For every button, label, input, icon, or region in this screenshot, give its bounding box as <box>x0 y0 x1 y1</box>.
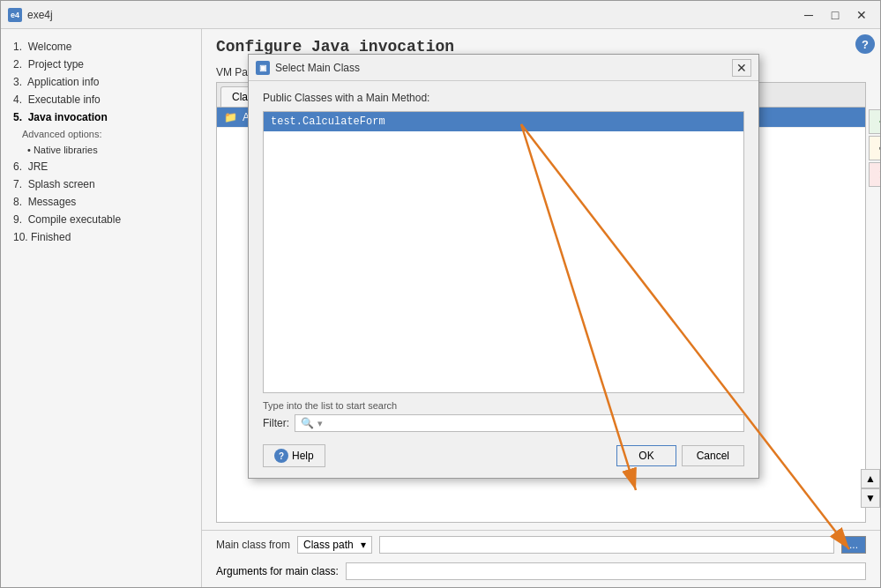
dialog-help-button[interactable]: ? Help <box>263 444 325 467</box>
remove-button[interactable]: ✕ <box>869 162 880 187</box>
classes-list[interactable]: test.CalculateForm <box>263 111 744 393</box>
cancel-button[interactable]: Cancel <box>682 445 744 466</box>
app-window: e4 exe4j ─ □ ✕ 1. Welcome 2. Project typ… <box>0 0 881 588</box>
add-button[interactable]: + <box>869 109 880 134</box>
main-class-dropdown[interactable]: Class path ▾ <box>297 536 372 554</box>
ok-cancel-buttons: OK Cancel <box>616 445 744 466</box>
sidebar-item-executable-info[interactable]: 4. Executable info <box>1 91 201 108</box>
title-bar-left: e4 exe4j <box>8 8 53 22</box>
sidebar-item-messages[interactable]: 8. Messages <box>1 193 201 211</box>
main-class-input[interactable] <box>379 536 834 554</box>
filter-input-container[interactable]: 🔍 ▾ <box>295 414 744 432</box>
app-icon: e4 <box>8 8 22 22</box>
dropdown-value: Class path <box>303 539 354 551</box>
sidebar: 1. Welcome 2. Project type 3. Applicatio… <box>1 29 202 587</box>
help-circle-icon: ? <box>274 449 288 463</box>
dialog-title: Select Main Class <box>275 62 360 74</box>
dialog-close-button[interactable]: ✕ <box>732 59 751 77</box>
sidebar-item-application-info[interactable]: 3. Application info <box>1 73 201 91</box>
help-button-label: Help <box>292 450 314 462</box>
sidebar-item-java-invocation[interactable]: 5. Java invocation <box>1 108 201 126</box>
help-area: ? <box>855 34 875 54</box>
args-label: Arguments for main class: <box>216 565 339 577</box>
sidebar-item-finished[interactable]: 10. Finished <box>1 228 201 246</box>
filter-label: Filter: <box>263 417 289 429</box>
dialog-icon: ▣ <box>256 61 270 75</box>
args-input[interactable] <box>346 562 866 580</box>
ok-button[interactable]: OK <box>616 445 676 466</box>
filter-row: Filter: 🔍 ▾ <box>263 414 744 432</box>
classes-label: Public Classes with a Main Method: <box>263 92 744 104</box>
class-item-selected[interactable]: test.CalculateForm <box>264 112 743 131</box>
sidebar-item-welcome[interactable]: 1. Welcome <box>1 38 201 56</box>
dropdown-arrow-icon: ▾ <box>361 539 366 551</box>
sidebar-item-native-libraries[interactable]: • Native libraries <box>1 142 201 158</box>
sidebar-item-compile-executable[interactable]: 9. Compile executable <box>1 211 201 228</box>
dialog-buttons: ? Help OK Cancel <box>263 441 744 467</box>
scroll-down-button[interactable]: ▼ <box>861 488 880 508</box>
title-bar: e4 exe4j ─ □ ✕ <box>1 1 880 29</box>
search-hint: Type into the list to start search <box>263 400 744 411</box>
edit-button[interactable]: ✏ <box>869 136 880 160</box>
side-buttons: + ✏ ✕ <box>869 109 880 187</box>
row-icon: 📁 <box>224 111 237 123</box>
minimize-button[interactable]: ─ <box>797 5 820 25</box>
sidebar-item-advanced-options: Advanced options: <box>1 126 201 142</box>
dialog-title-left: ▣ Select Main Class <box>256 61 360 75</box>
main-class-browse-button[interactable]: ... <box>841 536 866 554</box>
scroll-buttons: ▲ ▼ <box>861 469 880 508</box>
search-icon: 🔍 <box>301 417 314 429</box>
sidebar-item-jre[interactable]: 6. JRE <box>1 158 201 175</box>
args-row: Arguments for main class: <box>202 559 880 587</box>
dialog-title-bar: ▣ Select Main Class ✕ <box>249 55 758 81</box>
help-button-main[interactable]: ? <box>855 34 875 54</box>
select-main-class-dialog: ▣ Select Main Class ✕ Public Classes wit… <box>248 54 759 479</box>
sidebar-item-project-type[interactable]: 2. Project type <box>1 56 201 73</box>
main-class-label: Main class from <box>216 539 290 551</box>
filter-dropdown-icon: ▾ <box>317 418 323 429</box>
close-button[interactable]: ✕ <box>850 5 873 25</box>
maximize-button[interactable]: □ <box>824 5 847 25</box>
title-bar-controls: ─ □ ✕ <box>797 5 873 25</box>
sidebar-item-splash-screen[interactable]: 7. Splash screen <box>1 175 201 193</box>
app-title: exe4j <box>27 9 53 21</box>
scroll-up-button[interactable]: ▲ <box>861 469 880 488</box>
main-class-row: Main class from Class path ▾ ... <box>202 530 880 559</box>
dialog-body: Public Classes with a Main Method: test.… <box>249 81 758 478</box>
